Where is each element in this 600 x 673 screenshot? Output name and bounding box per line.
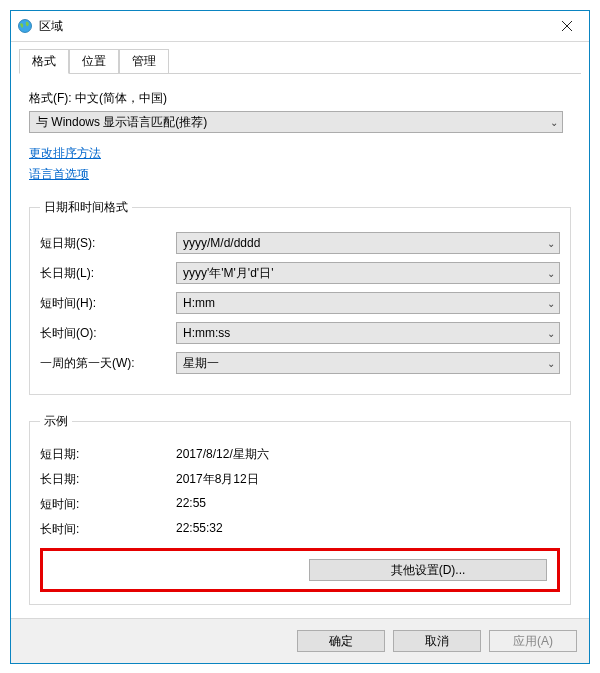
- chevron-down-icon: ⌄: [547, 298, 555, 309]
- chevron-down-icon: ⌄: [547, 358, 555, 369]
- format-label: 格式(F): 中文(简体，中国): [29, 90, 571, 107]
- chevron-down-icon: ⌄: [547, 328, 555, 339]
- close-icon: [562, 18, 572, 34]
- short-date-combo[interactable]: yyyy/M/d/dddd ⌄: [176, 232, 560, 254]
- titlebar[interactable]: 区域: [11, 11, 589, 42]
- ex-long-time-value: 22:55:32: [176, 521, 223, 538]
- close-button[interactable]: [545, 11, 589, 41]
- long-date-label: 长日期(L):: [40, 265, 176, 282]
- example-legend: 示例: [40, 413, 72, 430]
- cancel-button[interactable]: 取消: [393, 630, 481, 652]
- long-time-label: 长时间(O):: [40, 325, 176, 342]
- short-time-combo[interactable]: H:mm ⌄: [176, 292, 560, 314]
- ex-short-date-label: 短日期:: [40, 446, 176, 463]
- globe-icon: [17, 18, 33, 34]
- ex-short-date-value: 2017/8/12/星期六: [176, 446, 269, 463]
- region-dialog: 区域 格式 位置 管理 格式(F): 中文(简体，中国) 与 Windows 显…: [10, 10, 590, 664]
- first-day-label: 一周的第一天(W):: [40, 355, 176, 372]
- chevron-down-icon: ⌄: [550, 117, 558, 128]
- ex-long-time-label: 长时间:: [40, 521, 176, 538]
- ex-short-time-label: 短时间:: [40, 496, 176, 513]
- tab-location[interactable]: 位置: [69, 49, 119, 74]
- long-date-combo[interactable]: yyyy'年'M'月'd'日' ⌄: [176, 262, 560, 284]
- short-date-label: 短日期(S):: [40, 235, 176, 252]
- apply-button[interactable]: 应用(A): [489, 630, 577, 652]
- first-day-combo[interactable]: 星期一 ⌄: [176, 352, 560, 374]
- dialog-button-bar: 确定 取消 应用(A): [11, 618, 589, 663]
- window-title: 区域: [39, 18, 63, 35]
- tab-format[interactable]: 格式: [19, 49, 69, 74]
- ex-long-date-label: 长日期:: [40, 471, 176, 488]
- tab-admin[interactable]: 管理: [119, 49, 169, 74]
- format-combo-value: 与 Windows 显示语言匹配(推荐): [36, 114, 207, 131]
- tab-content: 格式(F): 中文(简体，中国) 与 Windows 显示语言匹配(推荐) ⌄ …: [11, 74, 589, 605]
- chevron-down-icon: ⌄: [547, 238, 555, 249]
- tabstrip: 格式 位置 管理: [19, 50, 581, 74]
- ok-button[interactable]: 确定: [297, 630, 385, 652]
- chevron-down-icon: ⌄: [547, 268, 555, 279]
- example-group: 示例 短日期: 2017/8/12/星期六 长日期: 2017年8月12日 短时…: [29, 413, 571, 605]
- datetime-format-legend: 日期和时间格式: [40, 199, 132, 216]
- link-language-pref[interactable]: 语言首选项: [29, 166, 89, 183]
- additional-settings-button[interactable]: 其他设置(D)...: [309, 559, 547, 581]
- long-time-combo[interactable]: H:mm:ss ⌄: [176, 322, 560, 344]
- links-block: 更改排序方法 语言首选项: [29, 145, 571, 187]
- svg-point-0: [19, 20, 32, 33]
- highlight-box: 其他设置(D)...: [40, 548, 560, 592]
- short-time-label: 短时间(H):: [40, 295, 176, 312]
- ex-long-date-value: 2017年8月12日: [176, 471, 259, 488]
- link-change-sort[interactable]: 更改排序方法: [29, 145, 101, 162]
- ex-short-time-value: 22:55: [176, 496, 206, 513]
- format-combo[interactable]: 与 Windows 显示语言匹配(推荐) ⌄: [29, 111, 563, 133]
- datetime-format-group: 日期和时间格式 短日期(S): yyyy/M/d/dddd ⌄ 长日期(L): …: [29, 199, 571, 395]
